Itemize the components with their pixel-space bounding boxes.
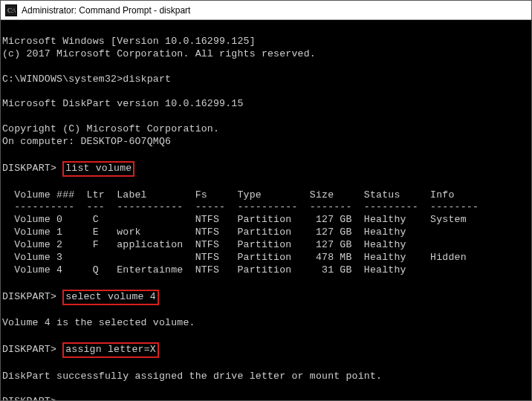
assign-msg: DiskPart successfully assigned the drive… bbox=[2, 371, 382, 382]
cmd-diskpart: diskpart bbox=[123, 74, 171, 85]
diskpart-computer: On computer: DESKTOP-6O7QMQ6 bbox=[2, 136, 171, 147]
titlebar[interactable]: C:\ Administrator: Command Prompt - disk… bbox=[1, 1, 531, 20]
diskpart-prompt: DISKPART> bbox=[2, 396, 56, 400]
vol-divider: ---------- --- ----------- ----- -------… bbox=[2, 201, 479, 212]
cmd-select-volume: select volume 4 bbox=[62, 290, 159, 305]
copyright-line: (c) 2017 Microsoft Corporation. All righ… bbox=[2, 48, 316, 59]
diskpart-prompt: DISKPART> bbox=[2, 291, 56, 302]
terminal-output[interactable]: Microsoft Windows [Version 10.0.16299.12… bbox=[1, 20, 531, 400]
shell-prompt: C:\WINDOWS\system32> bbox=[2, 74, 123, 85]
selected-msg: Volume 4 is the selected volume. bbox=[2, 317, 195, 328]
diskpart-prompt: DISKPART> bbox=[2, 344, 56, 355]
vol-row-2: Volume 2 F application NTFS Partition 12… bbox=[2, 239, 406, 250]
diskpart-version: Microsoft DiskPart version 10.0.16299.15 bbox=[2, 98, 244, 109]
vol-row-4: Volume 4 Q Entertainme NTFS Partition 31… bbox=[2, 264, 406, 276]
vol-header: Volume ### Ltr Label Fs Type Size Status… bbox=[2, 189, 455, 200]
version-line: Microsoft Windows [Version 10.0.16299.12… bbox=[2, 36, 256, 47]
cmd-assign-letter: assign letter=X bbox=[62, 342, 159, 358]
diskpart-prompt: DISKPART> bbox=[2, 163, 56, 174]
vol-row-3: Volume 3 NTFS Partition 478 MB Healthy H… bbox=[2, 252, 467, 263]
cmd-icon: C:\ bbox=[5, 4, 17, 16]
command-prompt-window: C:\ Administrator: Command Prompt - disk… bbox=[0, 0, 532, 401]
vol-row-0: Volume 0 C NTFS Partition 127 GB Healthy… bbox=[2, 214, 467, 225]
window-title: Administrator: Command Prompt - diskpart bbox=[22, 5, 190, 16]
svg-text:C:\: C:\ bbox=[7, 7, 16, 14]
diskpart-copyright: Copyright (C) Microsoft Corporation. bbox=[2, 123, 219, 134]
vol-row-1: Volume 1 E work NTFS Partition 127 GB He… bbox=[2, 226, 406, 238]
cmd-list-volume: list volume bbox=[62, 161, 134, 177]
